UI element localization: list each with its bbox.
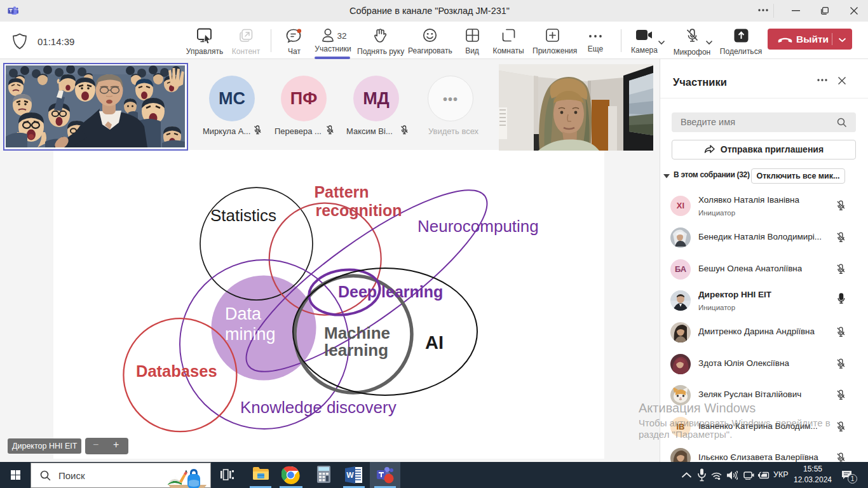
svg-text:AI: AI: [425, 332, 444, 353]
svg-text:Statistics: Statistics: [210, 206, 276, 225]
svg-text:Databases: Databases: [136, 362, 217, 380]
svg-text:Deep learning: Deep learning: [338, 283, 443, 301]
svg-text:Data: Data: [225, 304, 262, 323]
svg-text:Neurocomputing: Neurocomputing: [417, 217, 539, 236]
svg-text:Knowledge discovery: Knowledge discovery: [240, 398, 397, 417]
svg-text:recognition: recognition: [315, 201, 402, 219]
svg-text:W: W: [346, 471, 354, 480]
svg-text:mining: mining: [225, 325, 276, 344]
svg-text:Pattern: Pattern: [314, 183, 369, 201]
svg-text:learning: learning: [324, 341, 388, 360]
svg-text:Machine: Machine: [324, 323, 390, 342]
